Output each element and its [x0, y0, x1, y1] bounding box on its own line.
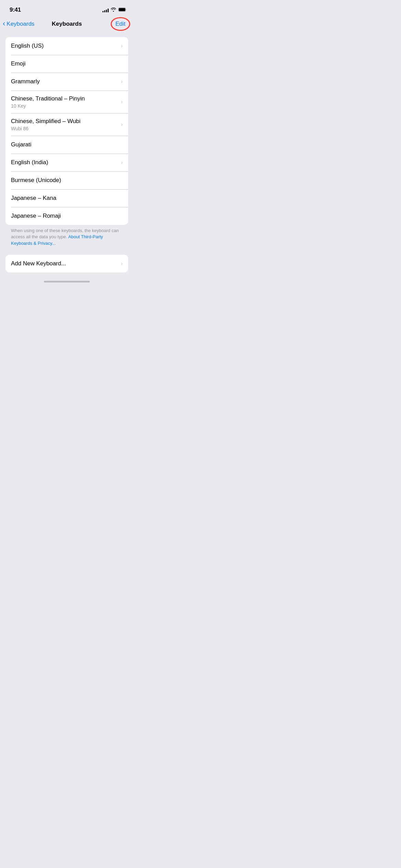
keyboard-list-item[interactable]: Burmese (Unicode) [5, 171, 128, 189]
home-indicator-bar [44, 281, 90, 282]
keyboard-list-item[interactable]: Japanese – Kana [5, 189, 128, 207]
add-keyboard-label: Add New Keyboard... [11, 260, 118, 267]
keyboard-list-item[interactable]: Japanese – Romaji [5, 207, 128, 225]
keyboard-list-item[interactable]: Chinese, Traditional – Pinyin10 Key› [5, 91, 128, 113]
keyboard-list-item[interactable]: Emoji [5, 55, 128, 73]
keyboard-list-item[interactable]: English (India)› [5, 154, 128, 171]
add-keyboard-button[interactable]: Add New Keyboard... › [5, 255, 128, 273]
keyboard-item-chevron-icon: › [121, 99, 123, 105]
home-indicator [0, 273, 134, 285]
keyboard-item-title: Grammarly [11, 78, 118, 85]
keyboard-item-chevron-icon: › [121, 79, 123, 85]
back-label: Keyboards [7, 21, 34, 27]
keyboard-item-subtitle: Wubi 86 [11, 126, 118, 131]
battery-icon [118, 7, 127, 13]
keyboard-item-subtitle: 10 Key [11, 103, 118, 109]
status-bar: 9:41 [0, 0, 134, 16]
svg-rect-1 [119, 8, 125, 11]
back-chevron-icon: ‹ [3, 20, 5, 27]
keyboard-item-title: Chinese, Simplified – Wubi [11, 118, 118, 125]
keyboard-item-title: Japanese – Romaji [11, 212, 123, 220]
keyboard-item-title: Emoji [11, 60, 123, 68]
edit-button[interactable]: Edit [113, 19, 128, 29]
nav-bar: ‹ Keyboards Keyboards Edit [0, 16, 134, 33]
back-button[interactable]: ‹ Keyboards [3, 21, 37, 27]
keyboard-item-title: Gujarati [11, 141, 123, 148]
keyboard-item-chevron-icon: › [121, 43, 123, 49]
signal-icon [102, 8, 109, 12]
edit-button-container: Edit [94, 19, 128, 29]
wifi-icon [111, 7, 116, 13]
keyboard-item-title: Chinese, Traditional – Pinyin [11, 95, 118, 103]
keyboards-list: English (US)›EmojiGrammarly›Chinese, Tra… [5, 37, 128, 225]
keyboard-list-item[interactable]: Chinese, Simplified – WubiWubi 86› [5, 113, 128, 136]
page-title: Keyboards [52, 21, 82, 27]
keyboard-item-chevron-icon: › [121, 121, 123, 128]
keyboard-item-chevron-icon: › [121, 159, 123, 166]
keyboard-list-item[interactable]: Grammarly› [5, 73, 128, 91]
keyboard-item-title: Burmese (Unicode) [11, 177, 123, 184]
keyboard-item-title: Japanese – Kana [11, 194, 123, 202]
add-keyboard-chevron-icon: › [121, 261, 123, 267]
section-footer: When using one of these keyboards, the k… [11, 228, 123, 246]
keyboard-item-title: English (US) [11, 42, 118, 50]
status-icons [102, 7, 127, 13]
keyboard-list-item[interactable]: Gujarati [5, 136, 128, 154]
keyboard-list-item[interactable]: English (US)› [5, 37, 128, 55]
status-time: 9:41 [10, 7, 21, 13]
add-keyboard-section: Add New Keyboard... › [5, 255, 128, 273]
keyboard-item-title: English (India) [11, 159, 118, 166]
